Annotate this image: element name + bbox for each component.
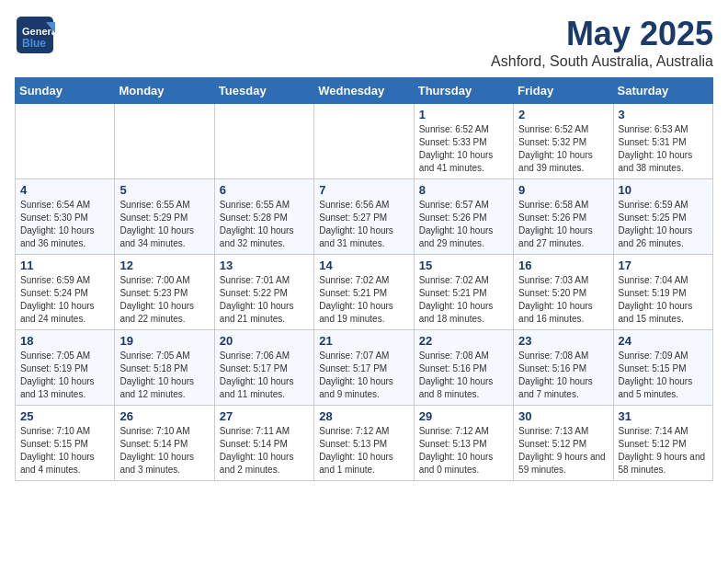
location-title: Ashford, South Australia, Australia [491, 53, 713, 70]
calendar-cell: 30Sunrise: 7:13 AM Sunset: 5:12 PM Dayli… [514, 406, 613, 481]
calendar-week-3: 11Sunrise: 6:59 AM Sunset: 5:24 PM Dayli… [16, 255, 713, 330]
day-number: 10 [619, 183, 708, 197]
calendar-cell [115, 104, 214, 179]
day-number: 19 [119, 334, 209, 348]
day-number: 15 [419, 259, 508, 272]
calendar-cell: 17Sunrise: 7:04 AM Sunset: 5:19 PM Dayli… [613, 255, 712, 330]
day-number: 18 [20, 334, 109, 348]
day-number: 22 [419, 334, 508, 348]
day-info: Sunrise: 6:52 AM Sunset: 5:33 PM Dayligh… [419, 123, 508, 175]
day-number: 26 [119, 409, 209, 423]
calendar-cell: 20Sunrise: 7:06 AM Sunset: 5:17 PM Dayli… [214, 330, 313, 406]
calendar-cell: 12Sunrise: 7:00 AM Sunset: 5:23 PM Dayli… [115, 255, 214, 330]
day-info: Sunrise: 7:12 AM Sunset: 5:13 PM Dayligh… [419, 425, 508, 477]
weekday-header-thursday: Thursday [414, 78, 513, 104]
day-info: Sunrise: 7:10 AM Sunset: 5:14 PM Dayligh… [119, 425, 209, 477]
calendar-week-4: 18Sunrise: 7:05 AM Sunset: 5:19 PM Dayli… [16, 330, 713, 406]
calendar-cell: 22Sunrise: 7:08 AM Sunset: 5:16 PM Dayli… [414, 330, 513, 406]
day-info: Sunrise: 7:04 AM Sunset: 5:19 PM Dayligh… [619, 274, 708, 326]
logo-icon: General Blue [15, 15, 55, 55]
day-number: 29 [419, 409, 508, 423]
day-number: 17 [619, 259, 708, 272]
day-info: Sunrise: 7:03 AM Sunset: 5:20 PM Dayligh… [518, 274, 608, 326]
calendar-cell: 14Sunrise: 7:02 AM Sunset: 5:21 PM Dayli… [314, 255, 414, 330]
calendar-cell [16, 104, 115, 179]
weekday-header-wednesday: Wednesday [314, 78, 414, 104]
day-number: 20 [220, 334, 309, 348]
day-number: 5 [119, 183, 209, 197]
calendar-cell: 7Sunrise: 6:56 AM Sunset: 5:27 PM Daylig… [314, 179, 414, 255]
day-number: 3 [619, 108, 708, 121]
calendar-cell: 31Sunrise: 7:14 AM Sunset: 5:12 PM Dayli… [613, 406, 712, 481]
calendar-cell: 27Sunrise: 7:11 AM Sunset: 5:14 PM Dayli… [214, 406, 313, 481]
day-info: Sunrise: 6:54 AM Sunset: 5:30 PM Dayligh… [20, 199, 109, 250]
calendar-cell: 10Sunrise: 6:59 AM Sunset: 5:25 PM Dayli… [613, 179, 712, 255]
day-number: 25 [20, 409, 109, 423]
weekday-header-row: SundayMondayTuesdayWednesdayThursdayFrid… [16, 78, 713, 104]
day-info: Sunrise: 6:59 AM Sunset: 5:24 PM Dayligh… [20, 274, 109, 326]
calendar-cell [214, 104, 313, 179]
day-info: Sunrise: 6:58 AM Sunset: 5:26 PM Dayligh… [518, 199, 608, 250]
day-info: Sunrise: 7:14 AM Sunset: 5:12 PM Dayligh… [619, 425, 708, 477]
day-info: Sunrise: 7:00 AM Sunset: 5:23 PM Dayligh… [119, 274, 209, 326]
day-info: Sunrise: 7:05 AM Sunset: 5:18 PM Dayligh… [119, 350, 209, 401]
day-info: Sunrise: 6:57 AM Sunset: 5:26 PM Dayligh… [419, 199, 508, 250]
day-info: Sunrise: 7:02 AM Sunset: 5:21 PM Dayligh… [319, 274, 408, 326]
calendar-week-2: 4Sunrise: 6:54 AM Sunset: 5:30 PM Daylig… [16, 179, 713, 255]
calendar-week-1: 1Sunrise: 6:52 AM Sunset: 5:33 PM Daylig… [16, 104, 713, 179]
day-info: Sunrise: 7:08 AM Sunset: 5:16 PM Dayligh… [419, 350, 508, 401]
day-number: 21 [319, 334, 408, 348]
calendar-cell: 1Sunrise: 6:52 AM Sunset: 5:33 PM Daylig… [414, 104, 513, 179]
calendar-cell: 25Sunrise: 7:10 AM Sunset: 5:15 PM Dayli… [16, 406, 115, 481]
weekday-header-saturday: Saturday [613, 78, 712, 104]
day-number: 8 [419, 183, 508, 197]
day-number: 7 [319, 183, 408, 197]
day-number: 30 [518, 409, 608, 423]
day-number: 31 [619, 409, 708, 423]
day-info: Sunrise: 7:06 AM Sunset: 5:17 PM Dayligh… [220, 350, 309, 401]
day-info: Sunrise: 6:59 AM Sunset: 5:25 PM Dayligh… [619, 199, 708, 250]
calendar-cell: 15Sunrise: 7:02 AM Sunset: 5:21 PM Dayli… [414, 255, 513, 330]
calendar-table: SundayMondayTuesdayWednesdayThursdayFrid… [15, 77, 713, 481]
day-number: 4 [20, 183, 109, 197]
day-number: 23 [518, 334, 608, 348]
calendar-cell: 5Sunrise: 6:55 AM Sunset: 5:29 PM Daylig… [115, 179, 214, 255]
day-info: Sunrise: 7:11 AM Sunset: 5:14 PM Dayligh… [220, 425, 309, 477]
day-info: Sunrise: 7:07 AM Sunset: 5:17 PM Dayligh… [319, 350, 408, 401]
title-block: May 2025 Ashford, South Australia, Austr… [491, 15, 713, 70]
day-number: 6 [220, 183, 309, 197]
day-number: 24 [619, 334, 708, 348]
svg-text:Blue: Blue [22, 37, 46, 50]
day-number: 28 [319, 409, 408, 423]
day-number: 16 [518, 259, 608, 272]
day-info: Sunrise: 7:02 AM Sunset: 5:21 PM Dayligh… [419, 274, 508, 326]
weekday-header-friday: Friday [514, 78, 613, 104]
calendar-cell: 28Sunrise: 7:12 AM Sunset: 5:13 PM Dayli… [314, 406, 414, 481]
calendar-cell: 9Sunrise: 6:58 AM Sunset: 5:26 PM Daylig… [514, 179, 613, 255]
calendar-cell: 16Sunrise: 7:03 AM Sunset: 5:20 PM Dayli… [514, 255, 613, 330]
calendar-cell: 29Sunrise: 7:12 AM Sunset: 5:13 PM Dayli… [414, 406, 513, 481]
day-info: Sunrise: 6:52 AM Sunset: 5:32 PM Dayligh… [518, 123, 608, 175]
calendar-week-5: 25Sunrise: 7:10 AM Sunset: 5:15 PM Dayli… [16, 406, 713, 481]
month-title: May 2025 [491, 15, 713, 53]
logo: General Blue [15, 15, 55, 55]
calendar-cell: 11Sunrise: 6:59 AM Sunset: 5:24 PM Dayli… [16, 255, 115, 330]
day-info: Sunrise: 7:08 AM Sunset: 5:16 PM Dayligh… [518, 350, 608, 401]
day-number: 2 [518, 108, 608, 121]
day-info: Sunrise: 7:13 AM Sunset: 5:12 PM Dayligh… [518, 425, 608, 477]
day-info: Sunrise: 6:55 AM Sunset: 5:28 PM Dayligh… [220, 199, 309, 250]
calendar-cell [314, 104, 414, 179]
day-info: Sunrise: 7:09 AM Sunset: 5:15 PM Dayligh… [619, 350, 708, 401]
calendar-cell: 18Sunrise: 7:05 AM Sunset: 5:19 PM Dayli… [16, 330, 115, 406]
weekday-header-monday: Monday [115, 78, 214, 104]
calendar-cell: 23Sunrise: 7:08 AM Sunset: 5:16 PM Dayli… [514, 330, 613, 406]
calendar-cell: 19Sunrise: 7:05 AM Sunset: 5:18 PM Dayli… [115, 330, 214, 406]
day-number: 27 [220, 409, 309, 423]
day-info: Sunrise: 7:10 AM Sunset: 5:15 PM Dayligh… [20, 425, 109, 477]
calendar-cell: 26Sunrise: 7:10 AM Sunset: 5:14 PM Dayli… [115, 406, 214, 481]
calendar-cell: 4Sunrise: 6:54 AM Sunset: 5:30 PM Daylig… [16, 179, 115, 255]
calendar-cell: 13Sunrise: 7:01 AM Sunset: 5:22 PM Dayli… [214, 255, 313, 330]
day-info: Sunrise: 7:12 AM Sunset: 5:13 PM Dayligh… [319, 425, 408, 477]
weekday-header-tuesday: Tuesday [214, 78, 313, 104]
calendar-cell: 2Sunrise: 6:52 AM Sunset: 5:32 PM Daylig… [514, 104, 613, 179]
